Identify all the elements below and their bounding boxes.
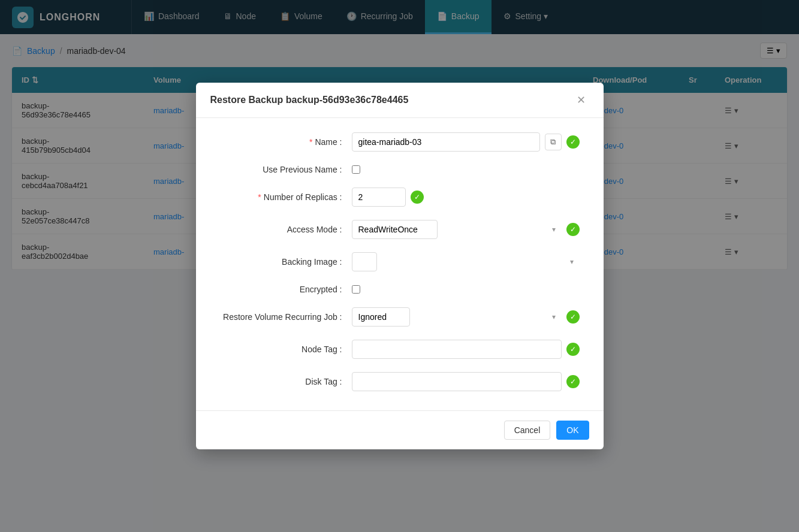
access-mode-select[interactable]: ReadWriteOnce ReadWriteMany ReadOnlyMany [352,220,438,239]
encrypted-control-wrap [352,285,580,294]
name-input[interactable] [352,132,540,152]
restore-recurring-job-select[interactable]: Ignored Enabled Disabled [352,307,410,308]
access-mode-select-wrap: ReadWriteOnce ReadWriteMany ReadOnlyMany… [352,220,562,239]
replicas-input[interactable] [352,188,406,207]
replicas-control-wrap: ✓ [352,188,580,207]
backing-image-select[interactable] [352,252,377,271]
name-field-row: *Name : ⧉ ✓ [220,132,580,152]
encrypted-checkbox[interactable] [352,285,360,294]
name-label: *Name : [220,137,352,147]
backing-image-control-wrap: ▾ [352,252,580,271]
modal-header: Restore Backup backup-56d93e36c78e4465 ✕ [196,83,604,118]
backing-image-select-wrap: ▾ [352,252,580,271]
modal-title: Restore Backup backup-56d93e36c78e4465 [210,95,409,105]
modal-close-button[interactable]: ✕ [573,93,589,107]
access-mode-row: Access Mode : ReadWriteOnce ReadWriteMan… [220,220,580,239]
name-valid-icon: ✓ [566,135,580,149]
access-mode-chevron-icon: ▾ [552,225,556,234]
name-required-star: * [309,137,312,147]
backing-image-chevron-icon: ▾ [570,258,574,266]
use-previous-name-row: Use Previous Name : [220,165,580,174]
use-previous-name-label: Use Previous Name : [220,165,352,174]
access-mode-valid-icon: ✓ [566,223,580,236]
encrypted-label: Encrypted : [220,285,352,294]
use-previous-name-checkbox[interactable] [352,165,360,174]
access-mode-control-wrap: ReadWriteOnce ReadWriteMany ReadOnlyMany… [352,220,580,239]
restore-recurring-job-select-wrap: Ignored Enabled Disabled ▾ [352,307,562,308]
copy-name-button[interactable]: ⧉ [545,134,562,150]
use-previous-name-control [352,165,580,174]
restore-recurring-job-row: Restore Volume Recurring Job : Ignored E… [220,307,580,308]
modal-body: *Name : ⧉ ✓ Use Previous Name : *Number … [196,118,604,308]
encrypted-row: Encrypted : [220,285,580,294]
replicas-label: *Number of Replicas : [220,192,352,202]
backing-image-row: Backing Image : ▾ [220,252,580,271]
backing-image-label: Backing Image : [220,257,352,267]
replicas-field-row: *Number of Replicas : ✓ [220,188,580,207]
name-control-wrap: ⧉ ✓ [352,132,580,152]
restore-recurring-job-control-wrap: Ignored Enabled Disabled ▾ ✓ [352,307,580,308]
modal-overlay: Restore Backup backup-56d93e36c78e4465 ✕… [0,0,799,308]
restore-backup-modal: Restore Backup backup-56d93e36c78e4465 ✕… [196,83,604,308]
access-mode-label: Access Mode : [220,225,352,234]
replicas-valid-icon: ✓ [411,191,424,204]
replicas-required-star: * [258,192,261,202]
